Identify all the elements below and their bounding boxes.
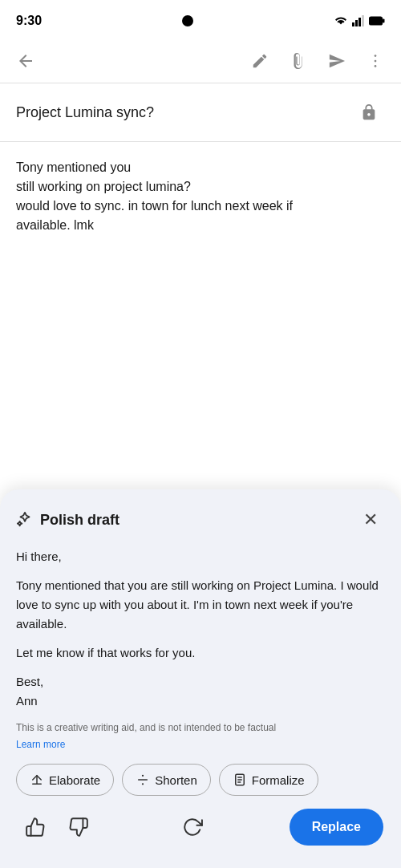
draft-para1: Hi there,	[16, 547, 385, 566]
shorten-button[interactable]: Shorten	[122, 764, 211, 796]
svg-rect-2	[358, 18, 361, 26]
edit-button[interactable]	[244, 45, 276, 77]
thumbs-down-button[interactable]	[61, 809, 96, 845]
close-button[interactable]: ✕	[356, 505, 385, 534]
elaborate-icon	[30, 773, 44, 787]
elaborate-button[interactable]: Elaborate	[16, 764, 114, 796]
wifi-icon	[334, 15, 348, 26]
feedback-group	[18, 809, 96, 845]
draft-para4: Best, Ann	[16, 672, 385, 711]
panel-header: Polish draft ✕	[16, 505, 385, 534]
polish-draft-panel: Polish draft ✕ Hi there, Tony mentioned …	[0, 489, 401, 868]
more-button[interactable]	[359, 45, 391, 77]
email-line2: still working on project lumina?	[16, 177, 385, 197]
learn-more-link[interactable]: Learn more	[16, 739, 65, 750]
svg-rect-4	[370, 17, 383, 25]
email-line3: would love to sync. in town for lunch ne…	[16, 197, 385, 216]
formalize-button[interactable]: Formalize	[219, 764, 318, 796]
status-bar: 9:30	[0, 0, 401, 39]
svg-rect-0	[352, 22, 354, 26]
svg-point-7	[375, 59, 377, 62]
svg-rect-3	[362, 15, 364, 26]
svg-point-6	[375, 55, 377, 57]
back-button[interactable]	[10, 45, 42, 77]
panel-title: Polish draft	[40, 512, 119, 529]
svg-rect-5	[383, 19, 385, 23]
action-buttons: Elaborate Shorten Formalize	[16, 764, 385, 796]
battery-icon	[369, 16, 385, 26]
send-button[interactable]	[321, 45, 353, 77]
bottom-row: Replace	[16, 809, 385, 846]
polish-icon	[16, 511, 34, 529]
status-icons	[334, 15, 385, 26]
refresh-icon	[182, 817, 203, 838]
top-toolbar	[0, 39, 401, 83]
disclaimer-text: This is a creative writing aid, and is n…	[16, 722, 385, 733]
signal-icon	[352, 15, 365, 26]
subject-bar: Project Lumina sync?	[0, 83, 401, 142]
draft-content: Hi there, Tony mentioned that you are st…	[16, 547, 385, 711]
thumbs-up-icon	[25, 817, 46, 838]
email-body: Tony mentioned you still working on proj…	[0, 142, 401, 259]
toolbar-left	[10, 45, 42, 77]
panel-title-group: Polish draft	[16, 511, 119, 529]
camera-notch	[182, 15, 193, 26]
replace-button[interactable]: Replace	[290, 809, 383, 846]
attach-button[interactable]	[282, 45, 314, 77]
lock-button[interactable]	[353, 96, 385, 128]
status-time: 9:30	[16, 14, 42, 28]
thumbs-up-button[interactable]	[18, 809, 53, 845]
subject-text: Project Lumina sync?	[16, 104, 154, 121]
svg-point-14	[142, 783, 144, 785]
draft-para2: Tony mentioned that you are still workin…	[16, 576, 385, 634]
svg-rect-1	[355, 20, 358, 26]
draft-para3: Let me know if that works for you.	[16, 643, 385, 663]
svg-point-13	[142, 775, 144, 777]
email-line1: Tony mentioned you	[16, 158, 385, 177]
email-line4: available. lmk	[16, 216, 385, 235]
svg-point-8	[375, 65, 377, 67]
formalize-icon	[233, 773, 247, 787]
thumbs-down-icon	[68, 817, 89, 838]
refresh-button[interactable]	[175, 809, 210, 845]
shorten-icon	[136, 773, 150, 787]
toolbar-right	[244, 45, 391, 77]
